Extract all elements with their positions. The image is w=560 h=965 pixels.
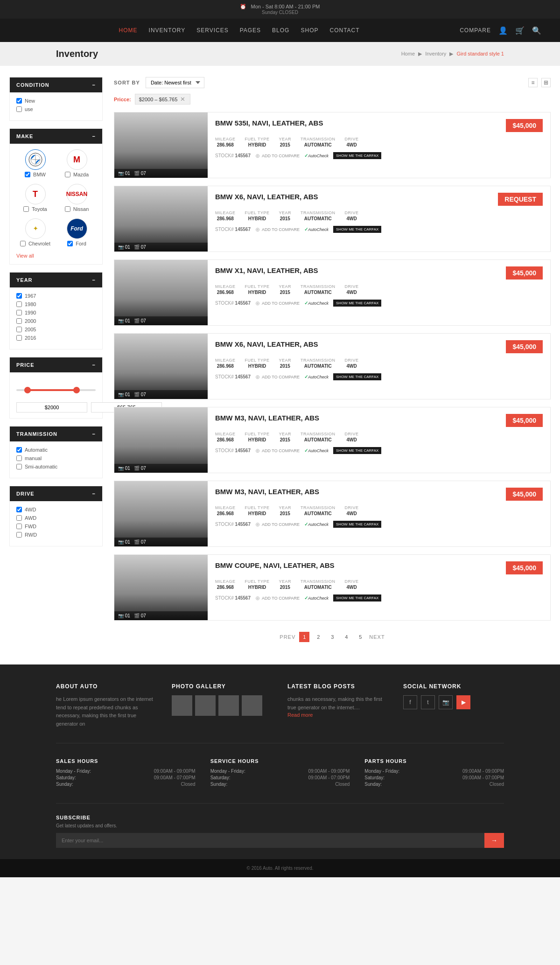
car-image-4[interactable]: 📷 01 🎬 07 bbox=[114, 407, 208, 473]
photo-1[interactable] bbox=[172, 695, 192, 716]
photo-4[interactable] bbox=[242, 695, 262, 716]
nav-shop[interactable]: SHOP bbox=[301, 27, 318, 34]
year-2000-cb[interactable] bbox=[16, 318, 22, 324]
add-compare-btn-5[interactable]: ⊕ ADD TO COMPARE bbox=[255, 521, 300, 528]
breadcrumb-home[interactable]: Home bbox=[401, 51, 415, 56]
trans-manual[interactable]: manual bbox=[16, 455, 96, 461]
slider-thumb-max[interactable] bbox=[73, 387, 80, 393]
condition-new-checkbox[interactable] bbox=[16, 98, 22, 104]
slider-thumb-min[interactable] bbox=[24, 387, 31, 393]
instagram-icon[interactable]: 📷 bbox=[439, 695, 453, 709]
nav-compare[interactable]: COMPARE bbox=[460, 27, 491, 34]
car-image-0[interactable]: 📷 01 🎬 07 bbox=[114, 112, 208, 178]
make-collapse-icon[interactable]: − bbox=[92, 133, 96, 139]
sort-select[interactable]: Date: Newest first Date: Oldest first Pr… bbox=[146, 77, 204, 88]
trans-auto[interactable]: Automatic bbox=[16, 447, 96, 453]
car-image-1[interactable]: 📷 01 🎬 07 bbox=[114, 186, 208, 252]
condition-collapse-icon[interactable]: − bbox=[92, 82, 96, 88]
cart-icon[interactable]: 🛒 bbox=[515, 26, 525, 35]
page-2[interactable]: 2 bbox=[313, 632, 323, 642]
condition-use[interactable]: use bbox=[16, 106, 96, 112]
toyota-checkbox[interactable] bbox=[23, 206, 29, 212]
drive-rwd-cb[interactable] bbox=[16, 532, 22, 538]
nav-services[interactable]: SERVICES bbox=[196, 27, 228, 34]
price-min-input[interactable] bbox=[16, 402, 87, 413]
mazda-checkbox-row[interactable]: Mazda bbox=[58, 172, 96, 177]
nav-pages[interactable]: PAGES bbox=[240, 27, 261, 34]
transmission-collapse-icon[interactable]: − bbox=[92, 431, 96, 437]
twitter-icon[interactable]: t bbox=[421, 695, 435, 709]
drive-collapse-icon[interactable]: − bbox=[92, 491, 96, 496]
car-image-6[interactable]: 📷 01 🎬 07 bbox=[114, 555, 208, 620]
car-image-2[interactable]: 📷 01 🎬 07 bbox=[114, 260, 208, 325]
add-compare-btn-1[interactable]: ⊕ ADD TO COMPARE bbox=[255, 226, 300, 233]
page-1[interactable]: 1 bbox=[299, 632, 309, 642]
price-badge-1[interactable]: REQUEST bbox=[498, 193, 543, 206]
photo-2[interactable] bbox=[195, 695, 216, 716]
subscribe-button[interactable]: → bbox=[484, 833, 504, 848]
carfax-btn-2[interactable]: SHOW ME THE CARFAX bbox=[333, 300, 381, 307]
carfax-btn-3[interactable]: SHOW ME THE CARFAX bbox=[333, 373, 381, 380]
prev-page[interactable]: PREV bbox=[280, 634, 295, 640]
add-compare-btn-3[interactable]: ⊕ ADD TO COMPARE bbox=[255, 374, 300, 380]
chevrolet-checkbox[interactable] bbox=[20, 241, 26, 246]
ford-checkbox[interactable] bbox=[67, 241, 73, 246]
add-compare-btn-0[interactable]: ⊕ ADD TO COMPARE bbox=[255, 153, 300, 159]
photo-3[interactable] bbox=[218, 695, 239, 716]
car-image-3[interactable]: 📷 01 🎬 07 bbox=[114, 334, 208, 399]
nav-contact[interactable]: CONTACT bbox=[329, 27, 359, 34]
condition-use-checkbox[interactable] bbox=[16, 106, 22, 112]
add-compare-btn-6[interactable]: ⊕ ADD TO COMPARE bbox=[255, 595, 300, 601]
year-1980-cb[interactable] bbox=[16, 301, 22, 307]
drive-4wd-cb[interactable] bbox=[16, 507, 22, 512]
search-icon[interactable]: 🔍 bbox=[532, 26, 541, 35]
nav-inventory[interactable]: INVENTORY bbox=[149, 27, 186, 34]
toyota-checkbox-row[interactable]: Toyota bbox=[16, 206, 54, 212]
drive-fwd[interactable]: FWD bbox=[16, 524, 96, 529]
bmw-checkbox[interactable] bbox=[25, 172, 30, 177]
mazda-checkbox[interactable] bbox=[65, 172, 70, 177]
price-slider[interactable] bbox=[16, 378, 96, 402]
nav-home[interactable]: HOME bbox=[119, 27, 138, 34]
trans-semi-cb[interactable] bbox=[16, 464, 22, 469]
subscribe-input[interactable] bbox=[56, 833, 484, 848]
nissan-checkbox-row[interactable]: Nissan bbox=[58, 206, 96, 212]
page-4[interactable]: 4 bbox=[341, 632, 351, 642]
view-all-makes[interactable]: View all bbox=[16, 253, 96, 259]
carfax-btn-4[interactable]: SHOW ME THE CARFAX bbox=[333, 447, 381, 454]
ford-checkbox-row[interactable]: Ford bbox=[58, 241, 96, 246]
trans-manual-cb[interactable] bbox=[16, 455, 22, 461]
year-collapse-icon[interactable]: − bbox=[92, 277, 96, 283]
drive-rwd[interactable]: RWD bbox=[16, 532, 96, 538]
nav-blog[interactable]: BLOG bbox=[272, 27, 289, 34]
bmw-checkbox-row[interactable]: BMW bbox=[16, 172, 54, 177]
nissan-checkbox[interactable] bbox=[65, 206, 70, 212]
add-compare-btn-2[interactable]: ⊕ ADD TO COMPARE bbox=[255, 300, 300, 307]
year-1967-cb[interactable] bbox=[16, 293, 22, 299]
year-2016[interactable]: 2016 bbox=[16, 335, 96, 341]
carfax-btn-1[interactable]: SHOW ME THE CARFAX bbox=[333, 226, 381, 233]
drive-awd[interactable]: AWD bbox=[16, 515, 96, 521]
page-5[interactable]: 5 bbox=[355, 632, 365, 642]
grid-view-icon[interactable]: ⊞ bbox=[541, 78, 551, 87]
drive-fwd-cb[interactable] bbox=[16, 524, 22, 529]
year-2005-cb[interactable] bbox=[16, 327, 22, 332]
facebook-icon[interactable]: f bbox=[403, 695, 417, 709]
year-1980[interactable]: 1980 bbox=[16, 301, 96, 307]
next-page[interactable]: NEXT bbox=[369, 634, 385, 640]
drive-awd-cb[interactable] bbox=[16, 515, 22, 521]
page-3[interactable]: 3 bbox=[327, 632, 337, 642]
year-1967[interactable]: 1967 bbox=[16, 293, 96, 299]
drive-4wd[interactable]: 4WD bbox=[16, 507, 96, 512]
carfax-btn-0[interactable]: SHOW ME THE CARFAX bbox=[333, 152, 381, 159]
year-1990-cb[interactable] bbox=[16, 310, 22, 315]
add-compare-btn-4[interactable]: ⊕ ADD TO COMPARE bbox=[255, 448, 300, 454]
user-icon[interactable]: 👤 bbox=[498, 26, 508, 35]
trans-auto-cb[interactable] bbox=[16, 447, 22, 453]
read-more-link[interactable]: Read more bbox=[287, 712, 313, 718]
carfax-btn-6[interactable]: SHOW ME THE CARFAX bbox=[333, 594, 381, 601]
year-2005[interactable]: 2005 bbox=[16, 327, 96, 332]
chevrolet-checkbox-row[interactable]: Chevrolet bbox=[16, 241, 54, 246]
youtube-icon[interactable]: ▶ bbox=[456, 695, 470, 709]
price-collapse-icon[interactable]: − bbox=[92, 362, 96, 368]
